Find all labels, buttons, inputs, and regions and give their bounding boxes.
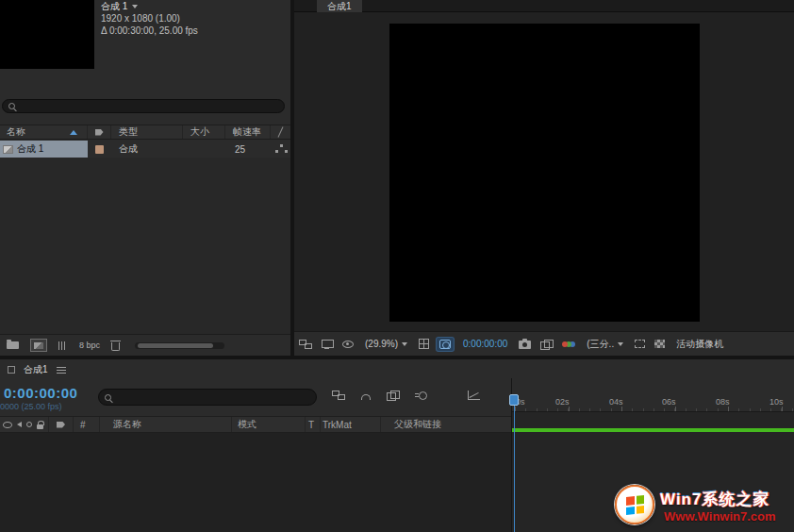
ruler-label: 04s xyxy=(609,397,623,407)
project-search[interactable] xyxy=(2,99,285,113)
project-panel: 合成 1 1920 x 1080 (1.00) Δ 0:00:30:00, 25… xyxy=(0,0,290,356)
chevron-down-icon[interactable] xyxy=(132,5,138,8)
column-mode[interactable]: 模式 xyxy=(232,417,306,432)
region-of-interest-icon[interactable] xyxy=(635,340,645,348)
column-header-type[interactable]: 类型 xyxy=(111,125,183,139)
panel-menu-icon[interactable] xyxy=(57,367,66,374)
mask-visibility-toggle[interactable] xyxy=(437,338,454,351)
solo-icon[interactable] xyxy=(26,422,32,427)
scrollbar-thumb[interactable] xyxy=(138,343,213,348)
panel-icon xyxy=(8,366,15,374)
trash-icon[interactable] xyxy=(111,342,120,351)
layer-list-area xyxy=(0,433,512,532)
project-item-row[interactable]: 合成 1 合成 25 xyxy=(0,141,290,158)
lock-icon[interactable] xyxy=(37,424,43,429)
frame-info: 0000 (25.00 fps) xyxy=(0,402,62,411)
video-visibility-icon[interactable] xyxy=(3,422,12,428)
new-folder-icon[interactable] xyxy=(7,341,19,349)
item-size-cell xyxy=(183,141,225,158)
ruler-label: 02s xyxy=(555,397,570,407)
column-label-text: TrkMat xyxy=(323,420,352,430)
item-name: 合成 1 xyxy=(17,142,43,156)
motion-blur-icon[interactable] xyxy=(415,391,427,400)
column-header-size[interactable]: 大小 xyxy=(183,125,225,139)
label-color-swatch[interactable] xyxy=(95,145,104,154)
item-label-cell[interactable] xyxy=(88,141,111,158)
composition-resolution: 1920 x 1080 (1.00) xyxy=(101,12,198,25)
show-snapshot-icon[interactable] xyxy=(540,340,553,349)
label-icon xyxy=(95,129,104,136)
ruler-label: 06s xyxy=(662,397,676,407)
timeline-search-input[interactable] xyxy=(116,392,310,403)
column-index[interactable]: # xyxy=(74,417,100,432)
audio-levels-icon[interactable] xyxy=(58,341,66,350)
item-usage-cell xyxy=(271,141,290,158)
column-label[interactable] xyxy=(49,417,74,432)
new-composition-icon[interactable] xyxy=(30,339,47,352)
column-header-more[interactable] xyxy=(271,125,290,139)
frame-blending-icon[interactable] xyxy=(387,391,399,400)
column-source-name[interactable]: 源名称 xyxy=(100,417,232,432)
mask-icon xyxy=(439,340,451,349)
playhead-line xyxy=(514,394,515,532)
composition-thumbnail xyxy=(0,0,94,69)
project-search-input[interactable] xyxy=(20,101,278,111)
search-icon xyxy=(8,103,15,109)
timeline-search[interactable] xyxy=(98,389,317,406)
watermark-title: Win7系统之家 xyxy=(660,489,769,510)
viewer-tab-strip: 合成1 xyxy=(294,0,794,12)
column-label-text: T xyxy=(308,420,314,430)
always-preview-icon[interactable] xyxy=(342,341,354,348)
timeline-column-header: # 源名称 模式 T TrkMat 父级和链接 xyxy=(0,416,512,433)
snapshot-camera-icon[interactable] xyxy=(519,341,531,349)
column-label-text: # xyxy=(80,420,86,430)
graph-editor-icon[interactable] xyxy=(468,391,480,400)
after-effects-window: 合成 1 1920 x 1080 (1.00) Δ 0:00:30:00, 25… xyxy=(0,0,794,532)
composition-name: 合成 1 xyxy=(101,0,127,12)
chevron-down-icon[interactable] xyxy=(402,342,407,346)
channel-settings-icon[interactable] xyxy=(562,341,577,348)
composition-flowchart-icon[interactable] xyxy=(332,391,345,400)
item-type: 合成 xyxy=(119,142,138,156)
3d-view-dropdown[interactable]: 活动摄像机 xyxy=(676,338,723,351)
sort-ascending-icon xyxy=(70,130,77,135)
composition-viewer-panel: 合成1 (29.9%) 0:00:00:00 (三分.. 活动摄像机 xyxy=(294,0,794,356)
resolution-dropdown[interactable]: (三分.. xyxy=(587,338,614,351)
watermark: Win7系统之家 Www.Winwin7.com xyxy=(611,483,790,530)
tab-composition[interactable]: 合成1 xyxy=(317,0,362,12)
audio-icon[interactable] xyxy=(17,422,22,427)
time-ruler[interactable]: 0s 02s 04s 06s 08s 10s xyxy=(512,394,794,412)
primary-viewer-icon[interactable] xyxy=(322,340,333,349)
mini-flowchart-icon[interactable] xyxy=(299,340,312,349)
item-framerate-cell: 25 xyxy=(225,141,271,158)
ram-preview-bar xyxy=(512,428,794,432)
current-timecode[interactable]: 0:00:00:00 xyxy=(4,385,77,401)
column-header-label[interactable] xyxy=(88,125,111,139)
ruler-label: 08s xyxy=(716,397,730,407)
magnification-dropdown[interactable]: (29.9%) xyxy=(365,339,398,349)
column-trkmat[interactable]: TrkMat xyxy=(321,417,381,432)
composition-view[interactable] xyxy=(389,24,700,322)
timeline-tab-label: 合成1 xyxy=(24,363,48,376)
project-items-area xyxy=(0,158,290,334)
transparency-grid-icon[interactable] xyxy=(654,340,665,348)
column-label-text: 名称 xyxy=(7,125,25,139)
column-header-framerate[interactable]: 帧速率 xyxy=(225,125,271,139)
chevron-down-icon[interactable] xyxy=(618,342,623,346)
horizontal-scrollbar[interactable] xyxy=(135,342,224,349)
timeline-tab[interactable]: 合成1 xyxy=(0,362,66,377)
column-preserve-transparency[interactable]: T xyxy=(306,417,321,432)
preview-timecode[interactable]: 0:00:00:00 xyxy=(463,339,507,349)
bit-depth-button[interactable]: 8 bpc xyxy=(79,341,100,350)
item-name-cell[interactable]: 合成 1 xyxy=(0,141,88,158)
timeline-toolbar xyxy=(332,391,480,400)
viewer-toolbar: (29.9%) 0:00:00:00 (三分.. 活动摄像机 xyxy=(294,331,794,356)
grid-options-icon[interactable] xyxy=(419,339,429,349)
column-label-text: 帧速率 xyxy=(233,125,261,139)
column-parent-link[interactable]: 父级和链接 xyxy=(381,417,512,432)
column-label-text: 父级和链接 xyxy=(394,418,441,431)
org-chart-icon xyxy=(275,144,287,154)
column-header-name[interactable]: 名称 xyxy=(0,125,88,139)
playhead[interactable] xyxy=(509,394,519,406)
shy-layers-icon[interactable] xyxy=(361,394,371,400)
